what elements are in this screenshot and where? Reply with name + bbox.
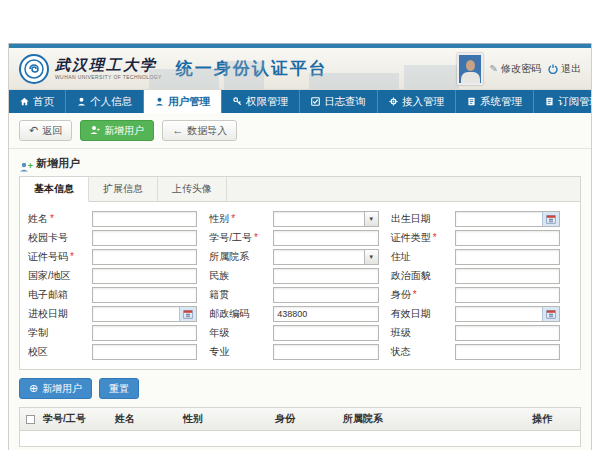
app-window: 武汉理工大学 WUHAN UNIVERSITY OF TECHNOLOGY 统一…: [8, 43, 592, 450]
date-field[interactable]: [455, 306, 560, 322]
text-field[interactable]: [455, 230, 560, 246]
nav-item-日志查询[interactable]: 日志查询: [300, 90, 378, 113]
text-field[interactable]: [455, 287, 560, 303]
field-label: 性别*: [209, 212, 273, 226]
field-label: 证件号码*: [28, 250, 92, 264]
column-header-所属院系: 所属院系: [343, 412, 532, 426]
logout-link[interactable]: 退出: [548, 62, 581, 76]
field-label: 出生日期: [391, 212, 455, 226]
text-field[interactable]: [455, 268, 560, 284]
text-field[interactable]: [92, 211, 197, 227]
nav-item-接入管理[interactable]: 接入管理: [378, 90, 456, 113]
text-field[interactable]: [92, 268, 197, 284]
header-skyline: [224, 61, 264, 89]
power-icon: [548, 64, 558, 74]
text-field[interactable]: 438800: [273, 306, 378, 322]
form-field: 状态: [391, 342, 572, 361]
form-field: 身份*: [391, 285, 572, 304]
nav-item-订阅管理[interactable]: 订阅管理: [534, 90, 600, 113]
tab-基本信息[interactable]: 基本信息: [20, 177, 89, 202]
select-all-checkbox[interactable]: [26, 415, 35, 424]
reset-button[interactable]: 重置: [99, 378, 139, 399]
text-field[interactable]: [92, 230, 197, 246]
back-arrow-icon: ↶: [29, 125, 38, 136]
text-field[interactable]: [92, 287, 197, 303]
nav-item-首页[interactable]: 首页: [9, 90, 66, 113]
add-user-toolbar-label: 新增用户: [104, 124, 144, 138]
text-field[interactable]: [273, 287, 378, 303]
nav-item-label: 接入管理: [402, 95, 444, 109]
field-label: 邮政编码: [209, 307, 273, 321]
field-label: 电子邮箱: [28, 288, 92, 302]
data-import-label: 数据导入: [187, 124, 227, 138]
text-field[interactable]: [455, 249, 560, 265]
nav-item-用户管理[interactable]: 用户管理: [144, 90, 222, 113]
text-field[interactable]: [455, 344, 560, 360]
university-name-cn: 武汉理工大学: [55, 58, 162, 73]
avatar-head: [466, 60, 475, 71]
nav-item-系统管理[interactable]: 系统管理: [456, 90, 534, 113]
change-password-link[interactable]: ✎ 修改密码: [490, 62, 541, 76]
column-header-学号/工号: 学号/工号: [43, 412, 115, 426]
user-avatar: [457, 53, 483, 85]
select-field[interactable]: ▼: [273, 249, 378, 265]
text-field[interactable]: [92, 325, 197, 341]
required-asterisk: *: [231, 213, 235, 224]
date-field[interactable]: [455, 211, 560, 227]
required-asterisk: *: [433, 232, 437, 243]
main-nav: 首页个人信息用户管理权限管理日志查询接入管理系统管理订阅管理: [9, 90, 591, 113]
date-field[interactable]: [92, 306, 197, 322]
nav-item-权限管理[interactable]: 权限管理: [222, 90, 300, 113]
form-field: 政治面貌: [391, 266, 572, 285]
add-user-toolbar-button[interactable]: + 新增用户: [80, 120, 154, 141]
pencil-icon: ✎: [490, 63, 498, 74]
text-field[interactable]: [273, 325, 378, 341]
form-field: 民族: [209, 266, 390, 285]
back-button[interactable]: ↶ 返回: [19, 120, 72, 141]
form-field: 国家/地区: [28, 266, 209, 285]
tab-上传头像[interactable]: 上传头像: [158, 177, 227, 201]
select-field[interactable]: ▼: [273, 211, 378, 227]
column-header-身份: 身份: [275, 412, 343, 426]
field-label: 民族: [209, 269, 273, 283]
gear-icon: [389, 97, 398, 106]
nav-item-label: 用户管理: [168, 95, 210, 109]
form-field: 姓名*: [28, 209, 209, 228]
field-label: 政治面貌: [391, 269, 455, 283]
form-field: 所属院系▼: [209, 247, 390, 266]
text-field[interactable]: [273, 230, 378, 246]
form-field: 班级: [391, 323, 572, 342]
form-field: 年级: [209, 323, 390, 342]
screenshot-canvas: 武汉理工大学 WUHAN UNIVERSITY OF TECHNOLOGY 统一…: [0, 0, 600, 450]
table-header-row: 学号/工号姓名性别身份所属院系操作: [20, 408, 580, 431]
form-field: 进校日期: [28, 304, 209, 323]
chevron-down-icon[interactable]: ▼: [364, 212, 378, 226]
submit-add-user-button[interactable]: ⊕ 新增用户: [19, 378, 92, 399]
text-field[interactable]: [92, 249, 197, 265]
field-label: 专业: [209, 345, 273, 359]
users-icon: [155, 97, 164, 106]
calendar-icon[interactable]: [542, 212, 559, 226]
toolbar: ↶ 返回 + 新增用户 ← 数据导入: [9, 113, 591, 149]
text-field[interactable]: [92, 344, 197, 360]
form-field: 性别*▼: [209, 209, 390, 228]
text-field[interactable]: [273, 268, 378, 284]
nav-item-个人信息[interactable]: 个人信息: [66, 90, 144, 113]
field-label: 校园卡号: [28, 231, 92, 245]
field-label: 籍贯: [209, 288, 273, 302]
tab-扩展信息[interactable]: 扩展信息: [89, 177, 158, 201]
text-field[interactable]: [455, 325, 560, 341]
table-empty-body: [20, 431, 580, 446]
field-label: 学号/工号*: [209, 231, 273, 245]
calendar-icon[interactable]: [542, 307, 559, 321]
import-arrow-icon: ←: [172, 125, 183, 136]
section-title: 新增用户: [36, 156, 80, 171]
calendar-icon[interactable]: [179, 307, 196, 321]
chevron-down-icon[interactable]: ▼: [364, 250, 378, 264]
text-field[interactable]: [273, 344, 378, 360]
change-password-label: 修改密码: [501, 62, 541, 76]
data-import-button[interactable]: ← 数据导入: [162, 120, 237, 141]
home-icon: [20, 97, 29, 106]
header-user-area: ✎ 修改密码 退出: [457, 53, 581, 85]
university-name: 武汉理工大学 WUHAN UNIVERSITY OF TECHNOLOGY: [55, 58, 162, 80]
